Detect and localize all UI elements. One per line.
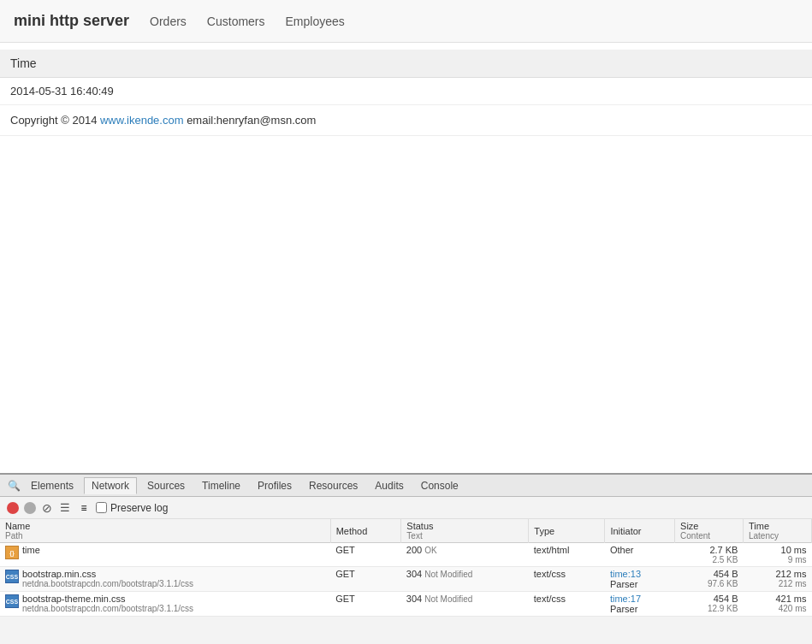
copyright-email: email:henryfan@msn.com [184,114,317,127]
copyright-text: Copyright © 2014 [10,114,100,127]
navbar-links: Orders Customers Employees [150,11,345,32]
navbar-link-orders[interactable]: Orders [150,11,187,32]
navbar-brand[interactable]: mini http server [14,12,129,30]
copyright: Copyright © 2014 www.ikende.com email:he… [0,105,812,136]
navbar: mini http server Orders Customers Employ… [0,0,812,43]
navbar-link-customers[interactable]: Customers [207,11,265,32]
time-value: 2014-05-31 16:40:49 [0,78,812,105]
time-label: Time [10,56,37,70]
time-section: Time [0,50,812,78]
copyright-link[interactable]: www.ikende.com [100,114,184,127]
main-content: Time 2014-05-31 16:40:49 Copyright © 201… [0,50,812,136]
navbar-link-employees[interactable]: Employees [286,11,345,32]
